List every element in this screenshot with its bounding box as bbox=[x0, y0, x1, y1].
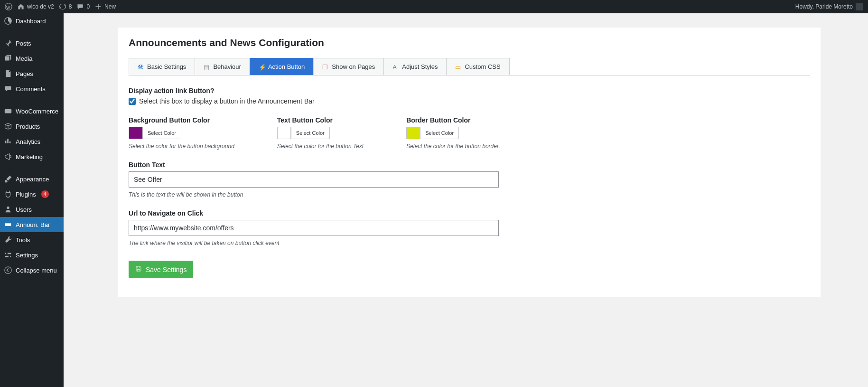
plugin-icon bbox=[4, 190, 12, 198]
comments-count: 0 bbox=[86, 3, 90, 10]
home-icon bbox=[17, 3, 25, 10]
media-icon bbox=[4, 54, 12, 63]
sidebar-item-products[interactable]: Products bbox=[0, 119, 64, 134]
tabs: 🛠 Basic Settings ▤ Behaviour ⚡ Action Bu… bbox=[129, 58, 810, 76]
users-icon bbox=[4, 205, 12, 214]
save-button[interactable]: Save Settings bbox=[129, 261, 193, 278]
url-input[interactable] bbox=[129, 220, 499, 236]
display-button-checkbox[interactable] bbox=[129, 98, 136, 105]
bg-color-label: Background Button Color bbox=[129, 116, 234, 124]
url-label: Url to Navigate on Click bbox=[129, 209, 810, 217]
tab-label: Behaviour bbox=[213, 63, 241, 70]
comment-icon bbox=[4, 85, 12, 93]
svg-point-8 bbox=[9, 255, 10, 257]
text-color-hint: Select the color for the button Text bbox=[277, 143, 364, 150]
sidebar-item-announ-bar[interactable]: Announ. Bar bbox=[0, 217, 64, 232]
sidebar-item-tools[interactable]: Tools bbox=[0, 232, 64, 247]
sidebar-item-users[interactable]: Users bbox=[0, 202, 64, 217]
sidebar-item-label: Dashboard bbox=[16, 18, 46, 25]
page-icon bbox=[4, 69, 12, 78]
sidebar-item-settings[interactable]: Settings bbox=[0, 247, 64, 263]
tab-basic-settings[interactable]: 🛠 Basic Settings bbox=[129, 58, 195, 75]
sidebar-item-label: WooCommerce bbox=[16, 108, 58, 115]
svg-point-3 bbox=[7, 207, 9, 209]
border-color-label: Border Button Color bbox=[406, 116, 500, 124]
account-link[interactable]: Howdy, Paride Moretto bbox=[795, 3, 863, 10]
url-hint: The link where the visitior will be take… bbox=[129, 240, 810, 246]
comment-icon bbox=[76, 3, 84, 10]
display-button-label: Display action link Button? bbox=[129, 87, 810, 94]
sidebar-item-label: Marketing bbox=[16, 153, 43, 160]
tab-label: Show on Pages bbox=[332, 63, 375, 70]
comments-link[interactable]: 0 bbox=[76, 3, 90, 10]
greeting-text: Howdy, Paride Moretto bbox=[795, 3, 853, 10]
sidebar-item-plugins[interactable]: Plugins 4 bbox=[0, 187, 64, 202]
content-area: Announcements and News Configuration 🛠 B… bbox=[64, 13, 868, 387]
settings-icon bbox=[4, 251, 12, 259]
sidebar-item-posts[interactable]: Posts bbox=[0, 36, 64, 51]
sidebar-item-label: Posts bbox=[16, 40, 31, 47]
save-icon bbox=[135, 265, 142, 274]
tools-icon: 🛠 bbox=[138, 64, 144, 70]
new-content-link[interactable]: New bbox=[94, 3, 116, 10]
sidebar-item-label: Analytics bbox=[16, 138, 40, 145]
sidebar-item-dashboard[interactable]: Dashboard bbox=[0, 13, 64, 28]
tab-label: Custom CSS bbox=[465, 63, 500, 70]
admin-bar: wico de v2 8 0 New Howdy, Paride Moretto bbox=[0, 0, 868, 13]
bg-color-picker[interactable]: Select Color bbox=[129, 127, 181, 139]
tab-label: Basic Settings bbox=[147, 63, 186, 70]
sidebar-item-pages[interactable]: Pages bbox=[0, 66, 64, 81]
page-title: Announcements and News Configuration bbox=[129, 37, 810, 48]
wp-logo[interactable] bbox=[5, 3, 12, 10]
sidebar-item-label: Tools bbox=[16, 236, 30, 244]
sidebar-item-analytics[interactable]: Analytics bbox=[0, 134, 64, 149]
refresh-icon bbox=[59, 3, 66, 10]
border-color-picker[interactable]: Select Color bbox=[406, 127, 459, 139]
svg-point-7 bbox=[6, 253, 8, 255]
products-icon bbox=[4, 122, 12, 131]
sidebar-item-label: Appearance bbox=[16, 176, 49, 183]
settings-panel: Announcements and News Configuration 🛠 B… bbox=[118, 28, 821, 297]
checkbox-text: Select this box to display a button in t… bbox=[139, 97, 315, 105]
avatar-icon bbox=[856, 3, 863, 10]
updates-link[interactable]: 8 bbox=[59, 3, 72, 10]
sidebar-item-label: Users bbox=[16, 206, 32, 213]
svg-rect-2 bbox=[5, 109, 11, 113]
brush-icon bbox=[4, 175, 12, 183]
button-text-label: Button Text bbox=[129, 161, 810, 169]
sidebar-item-marketing[interactable]: Marketing bbox=[0, 149, 64, 164]
sidebar-item-label: Plugins bbox=[16, 191, 36, 198]
updates-count: 8 bbox=[69, 3, 72, 10]
tab-action-button[interactable]: ⚡ Action Button bbox=[250, 58, 314, 75]
button-text-hint: This is the text the will be shown in th… bbox=[129, 191, 810, 198]
text-color-label: Text Button Color bbox=[277, 116, 364, 124]
sidebar-item-media[interactable]: Media bbox=[0, 51, 64, 66]
text-color-swatch bbox=[278, 127, 291, 139]
tab-adjust-styles[interactable]: A Adjust Styles bbox=[383, 58, 447, 75]
sidebar-item-collapse[interactable]: Collapse menu bbox=[0, 263, 64, 278]
sidebar-item-appearance[interactable]: Appearance bbox=[0, 171, 64, 187]
svg-rect-4 bbox=[5, 223, 11, 226]
sidebar-item-woocommerce[interactable]: WooCommerce bbox=[0, 104, 64, 119]
text-color-picker[interactable]: Select Color bbox=[277, 127, 330, 139]
sidebar-item-label: Products bbox=[16, 123, 40, 130]
site-link[interactable]: wico de v2 bbox=[17, 3, 54, 10]
sidebar-item-comments[interactable]: Comments bbox=[0, 81, 64, 96]
sidebar-item-label: Announ. Bar bbox=[16, 221, 50, 228]
border-color-swatch bbox=[407, 127, 420, 139]
button-text-input[interactable] bbox=[129, 171, 499, 188]
tools-icon bbox=[4, 236, 12, 244]
site-name: wico de v2 bbox=[27, 3, 54, 10]
sidebar-item-label: Pages bbox=[16, 70, 33, 77]
tab-show-on-pages[interactable]: ❐ Show on Pages bbox=[313, 58, 384, 75]
wordpress-icon bbox=[5, 3, 12, 10]
tab-behaviour[interactable]: ▤ Behaviour bbox=[195, 58, 250, 75]
megaphone-icon bbox=[4, 152, 12, 161]
display-button-checkbox-row[interactable]: Select this box to display a button in t… bbox=[129, 97, 810, 105]
analytics-icon bbox=[4, 137, 12, 146]
sidebar-item-label: Settings bbox=[16, 252, 38, 259]
sidebar-item-label: Comments bbox=[16, 85, 46, 93]
plugins-badge: 4 bbox=[41, 190, 49, 198]
tab-custom-css[interactable]: ▭ Custom CSS bbox=[446, 58, 509, 75]
pin-icon bbox=[4, 39, 12, 47]
